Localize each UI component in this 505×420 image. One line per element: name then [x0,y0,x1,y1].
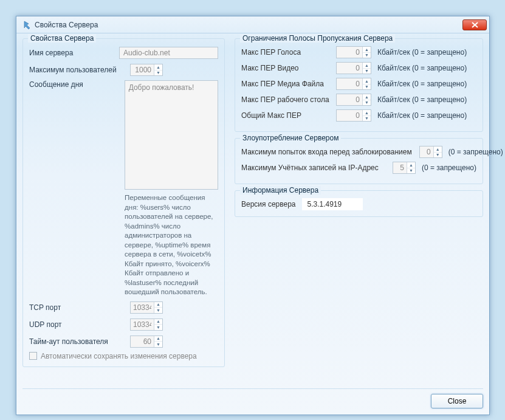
spin-up-icon[interactable]: ▲ [363,63,371,69]
bw-total-value[interactable] [337,110,362,121]
spin-down-icon[interactable]: ▼ [154,325,162,330]
spin-up-icon[interactable]: ▲ [154,319,162,325]
window-title: Свойства Сервера [35,21,462,29]
max-login-value[interactable] [420,146,433,157]
server-info-legend: Информация Сервера [240,186,321,195]
user-timeout-value[interactable] [131,336,154,347]
abuse-group: Злоупотребление Сервером Максимум попыто… [235,138,483,184]
spin-down-icon[interactable]: ▼ [154,342,162,347]
autosave-row[interactable]: Автоматически сохранять изменения сервер… [29,352,218,360]
window: Свойства Сервера Свойства Сервера Имя се… [16,16,490,415]
bw-unit: Кбайт/сек (0 = запрещено) [377,95,467,104]
bw-total-spin[interactable]: ▲▼ [336,109,371,122]
server-version-value: 5.3.1.4919 [302,198,363,210]
bw-total-label: Общий Макс ПЕР [241,111,332,120]
max-ip-value[interactable] [393,162,407,173]
server-properties-legend: Свойства Сервера [28,34,96,43]
spin-up-icon[interactable]: ▲ [154,64,162,71]
bw-row-media: Макс ПЕР Медиа Файла ▲▼ Кбайт/сек (0 = з… [241,78,476,90]
bw-media-value[interactable] [337,78,362,89]
close-icon [472,22,478,28]
bw-row-total: Общий Макс ПЕР ▲▼ Кбайт/сек (0 = запреще… [241,109,476,122]
spin-up-icon[interactable]: ▲ [363,110,371,116]
bw-unit: Кбайт/сек (0 = запрещено) [377,64,467,72]
max-users-label: Максимум пользователей [29,66,126,74]
tcp-port-value[interactable] [131,302,154,313]
bw-desktop-spin[interactable]: ▲▼ [336,94,371,106]
bw-row-desktop: Макс ПЕР рабочего стола ▲▼ Кбайт/сек (0 … [241,94,476,106]
dialog-footer: Close [22,388,483,408]
motd-hint: Переменные сообщения дня: %users% число … [125,193,218,297]
spin-up-icon[interactable]: ▲ [407,162,415,168]
bw-media-label: Макс ПЕР Медиа Файла [241,80,332,88]
spin-down-icon[interactable]: ▼ [434,153,442,158]
spin-down-icon[interactable]: ▼ [407,168,415,174]
bw-row-voice: Макс ПЕР Голоса ▲▼ Кбайт/сек (0 = запрещ… [241,46,476,58]
window-close-button[interactable] [462,19,487,30]
spin-down-icon[interactable]: ▼ [363,53,371,58]
close-button[interactable]: Close [431,394,483,408]
spin-up-icon[interactable]: ▲ [363,78,371,84]
server-info-group: Информация Сервера Версия сервера 5.3.1.… [235,190,483,217]
spin-down-icon[interactable]: ▼ [363,116,371,122]
server-name-label: Имя сервера [29,49,115,57]
spin-up-icon[interactable]: ▲ [154,336,162,342]
bw-desktop-value[interactable] [337,94,362,105]
abuse-legend: Злоупотребление Сервером [240,134,341,142]
udp-port-value[interactable] [131,319,154,330]
bw-desktop-label: Макс ПЕР рабочего стола [241,95,332,104]
bw-voice-label: Макс ПЕР Голоса [241,48,332,57]
bw-unit: Кбайт/сек (0 = запрещено) [377,48,467,57]
motd-textarea[interactable]: Добро пожаловать! [125,80,218,190]
motd-label: Сообщение дня [29,80,121,89]
udp-port-label: UDP порт [29,320,126,329]
user-timeout-spin[interactable]: ▲▼ [130,336,163,348]
spin-up-icon[interactable]: ▲ [154,302,162,308]
tcp-port-spin[interactable]: ▲▼ [130,301,163,314]
udp-port-spin[interactable]: ▲▼ [130,318,163,331]
bw-row-video: Макс ПЕР Видео ▲▼ Кбайт/сек (0 = запреще… [241,62,476,74]
bw-media-spin[interactable]: ▲▼ [336,78,371,90]
abuse-hint: (0 = запрещено) [448,148,503,156]
server-properties-group: Свойства Сервера Имя сервера Максимум по… [22,38,225,367]
bw-video-value[interactable] [337,63,362,74]
bw-voice-spin[interactable]: ▲▼ [336,46,371,58]
tcp-port-label: TCP порт [29,303,126,312]
server-name-input[interactable] [119,47,218,59]
bw-video-spin[interactable]: ▲▼ [336,62,371,74]
max-users-spin[interactable]: ▲▼ [130,64,163,76]
spin-down-icon[interactable]: ▼ [363,84,371,90]
max-users-value[interactable] [131,64,154,75]
max-login-spin[interactable]: ▲▼ [419,146,442,158]
max-ip-label: Максимум Учётных записей на IP-Адрес [241,164,379,172]
spin-down-icon[interactable]: ▼ [363,69,371,74]
spin-up-icon[interactable]: ▲ [363,47,371,53]
spin-up-icon[interactable]: ▲ [363,94,371,100]
spin-down-icon[interactable]: ▼ [154,71,162,76]
bandwidth-group: Ограничения Полосы Пропускания Сервера М… [235,38,483,132]
bandwidth-legend: Ограничения Полосы Пропускания Сервера [240,34,395,43]
autosave-label: Автоматически сохранять изменения сервер… [41,352,197,360]
user-timeout-label: Тайм-аут пользователя [29,337,126,346]
app-icon [21,20,31,30]
client-area: Свойства Сервера Имя сервера Максимум по… [16,33,489,415]
server-version-label: Версия сервера [241,200,296,208]
bw-voice-value[interactable] [337,47,362,58]
spin-down-icon[interactable]: ▼ [154,308,162,313]
spin-up-icon[interactable]: ▲ [434,146,442,153]
bw-unit: Кбайт/сек (0 = запрещено) [377,111,467,120]
autosave-checkbox[interactable] [29,352,37,360]
titlebar[interactable]: Свойства Сервера [16,16,489,33]
abuse-hint: (0 = запрещено) [422,164,476,172]
bw-unit: Кбайт/сек (0 = запрещено) [377,80,467,88]
max-login-label: Максимум попыток входа перед заблокирова… [241,148,412,156]
max-ip-spin[interactable]: ▲▼ [393,162,416,174]
bw-video-label: Макс ПЕР Видео [241,64,332,72]
spin-down-icon[interactable]: ▼ [363,100,371,106]
